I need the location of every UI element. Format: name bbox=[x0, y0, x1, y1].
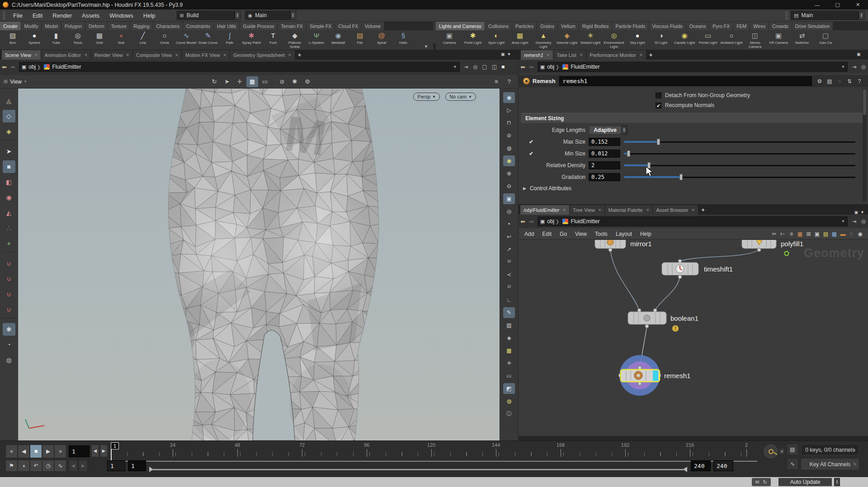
pane-tab[interactable]: remesh1 ✕ bbox=[521, 50, 553, 60]
shelf-tab[interactable]: Vellum bbox=[558, 22, 579, 30]
playbar-option-icon[interactable]: ◖ bbox=[18, 460, 30, 472]
path-dropdown-icon[interactable]: ▼ bbox=[841, 65, 848, 69]
keys-info-box[interactable]: 0 keys, 0/0 channels▲ bbox=[801, 444, 859, 455]
network-toolbar-icon[interactable]: ⊞ bbox=[804, 229, 813, 238]
viewport-header-icon[interactable]: ? bbox=[503, 76, 515, 87]
shelf-tool[interactable]: ● Sphere bbox=[24, 30, 45, 50]
shelf-set-select[interactable]: ▤ Main bbox=[791, 11, 859, 20]
shelf-tab[interactable]: Rigging bbox=[130, 22, 153, 30]
menu-item[interactable]: Layout bbox=[612, 229, 636, 239]
playbar-option-icon[interactable]: ↶ bbox=[30, 460, 42, 472]
network-toolbar-icon[interactable]: ▣ bbox=[813, 229, 821, 238]
shelf-tab[interactable]: Hair Utils bbox=[214, 22, 240, 30]
menu-item[interactable]: Help bbox=[138, 9, 160, 21]
network-toolbar-icon[interactable]: ✂ bbox=[770, 229, 778, 238]
shelf-tool[interactable]: ∿ Curve Bezier bbox=[175, 30, 197, 50]
display-option-icon[interactable]: ▭ bbox=[503, 370, 515, 381]
step-forward-button[interactable]: ► bbox=[100, 445, 108, 457]
shelf-tab[interactable]: Rigid Bodies bbox=[579, 22, 613, 30]
close-tab-icon[interactable]: ✕ bbox=[691, 208, 695, 212]
back-icon[interactable]: ⬅ bbox=[520, 64, 525, 70]
update-mode-button[interactable]: Auto Update bbox=[778, 478, 832, 486]
shelf-tool[interactable]: ◎ Environment Light bbox=[602, 30, 626, 50]
viewport-tool-icon[interactable]: ∪ bbox=[3, 272, 15, 285]
relative-density-field[interactable]: 2 bbox=[589, 161, 620, 169]
close-button[interactable]: ✕ bbox=[848, 0, 868, 9]
shelf-tab[interactable]: Lights and Cameras bbox=[436, 22, 485, 30]
shelf-tool[interactable]: ◆ Platonic Solids bbox=[284, 30, 306, 50]
forward-icon[interactable]: ➡ bbox=[529, 64, 534, 70]
display-option-icon[interactable]: ✎ bbox=[503, 307, 515, 318]
viewport-tool-icon[interactable]: ∪ bbox=[3, 303, 15, 316]
edge-lengths-dropdown[interactable]: Adaptive ▲▼ bbox=[589, 126, 627, 135]
close-tab-icon[interactable]: ✕ bbox=[562, 208, 566, 212]
display-option-icon[interactable]: ⊘ bbox=[503, 130, 515, 141]
shelf-tab[interactable]: Particles bbox=[512, 22, 537, 30]
pane-menu-icon[interactable]: ▼ bbox=[860, 210, 864, 215]
param-header-icon[interactable]: ? bbox=[855, 77, 864, 86]
desktop-select[interactable]: ◉ Main bbox=[245, 11, 290, 20]
display-option-icon[interactable]: ⊖ bbox=[503, 181, 515, 192]
pane-tab[interactable]: Motion FX View ✕ bbox=[182, 50, 230, 60]
pane-maximize-icon[interactable]: ▣ bbox=[501, 52, 505, 56]
transport-button[interactable]: « bbox=[5, 445, 18, 458]
viewport-3d[interactable]: M O Persp▼ No cam▼ bbox=[18, 89, 500, 440]
menubar-grip[interactable] bbox=[3, 11, 5, 19]
desktop-layout-select[interactable]: ⊞ Build bbox=[177, 11, 235, 20]
path-dropdown-icon[interactable]: ▼ bbox=[841, 219, 848, 224]
shelf-tab[interactable]: Terrain FX bbox=[278, 22, 306, 30]
network-toolbar-icon[interactable]: ⊢ bbox=[778, 229, 787, 238]
shelf-tool[interactable]: ▢ Gan Ca bbox=[814, 30, 837, 50]
shelf-tab[interactable]: Oceans bbox=[686, 22, 709, 30]
desktop-spinner[interactable]: ▲▼ bbox=[290, 11, 296, 20]
close-tab-icon[interactable]: ✕ bbox=[547, 53, 550, 57]
shelf-tool[interactable]: ▧ Box bbox=[2, 30, 24, 50]
display-option-icon[interactable]: ¹² bbox=[503, 282, 515, 293]
pin-icon[interactable]: ⇥ bbox=[464, 64, 468, 70]
path-field[interactable]: ▣ obj ❯ FluidEmitter ▼ bbox=[19, 62, 460, 72]
display-option-icon[interactable]: ✳ bbox=[503, 358, 515, 369]
shelf-tool[interactable]: + Null bbox=[110, 30, 132, 50]
shelf-tool[interactable]: ○ Ambient Light bbox=[720, 30, 743, 50]
shelf-tool[interactable]: ▤ File bbox=[349, 30, 371, 50]
transport-button[interactable]: » bbox=[54, 445, 66, 458]
display-option-icon[interactable]: ▷ bbox=[503, 105, 515, 116]
shelf-tab[interactable]: Deform bbox=[85, 22, 108, 30]
display-option-icon[interactable]: ◈ bbox=[503, 332, 515, 343]
shelf-tool[interactable]: ✱ Spray Paint bbox=[241, 30, 262, 50]
checkbox[interactable]: ✔ bbox=[656, 103, 661, 108]
shelf-tool[interactable]: ▲ Geometry Light bbox=[532, 30, 555, 50]
viewport-toolbar-icon[interactable]: ✛ bbox=[234, 76, 245, 87]
shelf-tool[interactable]: ⇄ Switcher bbox=[790, 30, 814, 50]
shelfset-spinner[interactable]: ▲▼ bbox=[859, 11, 864, 20]
display-option-icon[interactable]: ▩ bbox=[503, 345, 515, 356]
close-tab-icon[interactable]: ✕ bbox=[34, 53, 38, 57]
param-header-icon[interactable]: ⚙ bbox=[815, 77, 824, 86]
playbar-option-icon[interactable]: ⚑ bbox=[5, 460, 18, 472]
target-icon[interactable]: ◎ bbox=[861, 64, 866, 70]
checkbox[interactable] bbox=[656, 93, 661, 98]
viewport-toolbar-icon[interactable]: ➤ bbox=[221, 76, 233, 87]
viewport-toolbar-icon[interactable]: ✱ bbox=[289, 76, 301, 87]
pane-tab[interactable]: Tree View ✕ bbox=[570, 205, 605, 215]
pin-icon[interactable]: ⇥ bbox=[852, 64, 856, 70]
node-name-field[interactable]: remesh1 bbox=[559, 76, 812, 86]
timeline-ruler[interactable]: 244872961201441681922162 bbox=[111, 443, 757, 459]
menu-item[interactable]: File bbox=[8, 9, 28, 21]
toggle-recompute-normals[interactable]: ✔ Recompute Normals bbox=[656, 102, 714, 108]
display-option-icon[interactable]: ⊓ bbox=[503, 117, 515, 128]
shelf-tool[interactable]: ▦ Grid bbox=[89, 30, 110, 50]
set-key-button[interactable] bbox=[764, 445, 778, 458]
close-tab-icon[interactable]: ✕ bbox=[126, 53, 129, 57]
viewport-tool-icon[interactable]: + bbox=[3, 237, 15, 250]
shelf-tool[interactable]: T Font bbox=[262, 30, 284, 50]
shelf-tool[interactable]: ◫ Stereo Camera bbox=[743, 30, 767, 50]
display-option-icon[interactable]: ◩ bbox=[503, 383, 515, 394]
shelf-tab[interactable]: Particle Fluids bbox=[613, 22, 649, 30]
shelf-tool[interactable]: ✱ Point Light bbox=[461, 30, 485, 50]
character-icon[interactable]: ◫ bbox=[492, 64, 497, 70]
pane-menu-icon[interactable]: ▼ bbox=[507, 52, 511, 56]
min-size-field[interactable]: 0.012 bbox=[589, 150, 620, 158]
update-mode-spinner[interactable]: ▲▼ bbox=[834, 478, 840, 486]
viewport-tool-icon[interactable]: ∪ bbox=[3, 257, 15, 270]
